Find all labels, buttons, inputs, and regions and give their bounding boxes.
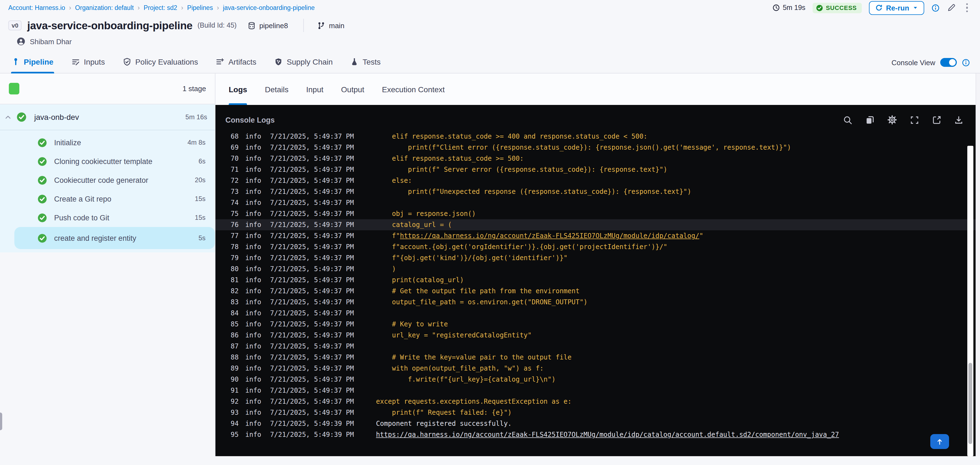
log-timestamp: 7/21/2025, 5:49:37 PM: [270, 263, 354, 275]
console-view-label: Console View: [891, 58, 935, 67]
log-timestamp: 7/21/2025, 5:49:37 PM: [270, 396, 354, 407]
page-scrollbar-rail[interactable]: [975, 73, 980, 456]
log-line-number: 81: [224, 275, 239, 286]
download-icon[interactable]: [954, 115, 963, 125]
open-new-icon[interactable]: [932, 115, 941, 125]
log-text: # Get the output file path from the envi…: [376, 286, 579, 297]
tab-policy-evaluations[interactable]: Policy Evaluations: [122, 50, 199, 73]
run-meta: 5m 19s SUCCESS Re-run: [772, 1, 971, 14]
log-level: info: [245, 297, 261, 308]
branch-chip[interactable]: main: [317, 21, 344, 30]
repo-name: pipeline8: [259, 21, 288, 30]
info-icon[interactable]: [962, 58, 970, 67]
tab-artifacts[interactable]: Artifacts: [215, 50, 257, 73]
tab-supply-chain[interactable]: Supply Chain: [274, 50, 333, 73]
rerun-button[interactable]: Re-run: [869, 1, 924, 14]
log-level: info: [245, 308, 261, 319]
step-cookiecutter-code-generator[interactable]: Cookiecutter code generator20s: [0, 171, 215, 189]
log-text: f"{obj.get('kind')}/{obj.get('identifier…: [376, 252, 568, 263]
log-text: catalog_url = (: [376, 219, 452, 230]
log-level: info: [245, 241, 261, 252]
breadcrumb-item[interactable]: Organization: default: [75, 5, 134, 11]
repo-chip[interactable]: pipeline8: [248, 21, 288, 30]
log-line-number: 70: [224, 153, 239, 164]
log-text: print(f" Server error ({response.status_…: [376, 164, 667, 175]
log-line-number: 89: [224, 363, 239, 374]
log-level: info: [245, 186, 261, 197]
breadcrumb-item[interactable]: Pipelines: [187, 5, 213, 11]
detail-tab-logs[interactable]: Logs: [229, 73, 247, 105]
log-timestamp: 7/21/2025, 5:49:37 PM: [270, 363, 354, 374]
log-timestamp: 7/21/2025, 5:49:37 PM: [270, 142, 354, 153]
console-view-toggle[interactable]: [940, 58, 957, 67]
log-scrollbar[interactable]: [967, 146, 974, 456]
chevron-right-icon: ›: [138, 4, 140, 12]
search-icon[interactable]: [843, 115, 853, 125]
log-link[interactable]: https://qa.harness.io/ng/account/zEaak-F…: [376, 431, 839, 438]
chevron-right-icon: ›: [217, 4, 219, 12]
log-level: info: [245, 219, 261, 230]
step-create-and-register-entity[interactable]: create and register entity5s: [14, 227, 215, 249]
log-line-number: 80: [224, 263, 239, 275]
log-line-number: 88: [224, 352, 239, 363]
log-timestamp: 7/21/2025, 5:49:37 PM: [270, 286, 354, 297]
log-line-number: 94: [224, 418, 239, 429]
detail-tab-details[interactable]: Details: [265, 73, 289, 105]
log-level: info: [245, 275, 261, 286]
tab-tests[interactable]: Tests: [350, 50, 381, 73]
settings-icon[interactable]: [887, 115, 897, 125]
success-check-icon: [38, 194, 47, 203]
tab-inputs[interactable]: Inputs: [70, 50, 105, 73]
log-timestamp: 7/21/2025, 5:49:37 PM: [270, 131, 354, 142]
log-text: print(f" Request failed: {e}"): [376, 407, 512, 418]
detail-tab-input[interactable]: Input: [306, 73, 323, 105]
step-duration: 20s: [195, 176, 205, 184]
log-text: except requests.exceptions.RequestExcept…: [376, 396, 571, 407]
log-level: info: [245, 175, 261, 186]
log-timestamp: 7/21/2025, 5:49:37 PM: [270, 208, 354, 219]
step-push-code-to-git[interactable]: Push code to Git15s: [0, 208, 215, 227]
log-timestamp: 7/21/2025, 5:49:37 PM: [270, 374, 354, 385]
log-scrollbar-thumb[interactable]: [969, 363, 972, 444]
log-link[interactable]: https://qa.harness.io/ng/account/zEaak-F…: [400, 232, 699, 240]
more-options-icon[interactable]: [963, 2, 971, 13]
breadcrumb-item[interactable]: java-service-onboarding-pipeline: [223, 5, 315, 11]
log-row: 92info7/21/2025, 5:49:37 PMexcept reques…: [215, 396, 975, 407]
breadcrumb-item[interactable]: Account: Harness.io: [8, 5, 65, 11]
breadcrumb: Account: Harness.io›Organization: defaul…: [8, 4, 315, 12]
step-cloning-cookiecutter-template[interactable]: Cloning cookiecutter template6s: [0, 152, 215, 171]
console-toolbar: [843, 115, 963, 125]
breadcrumb-item[interactable]: Project: sd2: [144, 5, 177, 11]
log-line-number: 69: [224, 142, 239, 153]
tab-pipeline[interactable]: Pipeline: [11, 50, 54, 73]
step-initialize[interactable]: Initialize4m 8s: [0, 133, 215, 152]
git-branch-icon: [317, 21, 326, 30]
detail-tab-execution-context[interactable]: Execution Context: [382, 73, 445, 105]
log-text: else:: [376, 175, 412, 186]
log-timestamp: 7/21/2025, 5:49:37 PM: [270, 219, 354, 230]
scroll-to-top-button[interactable]: [930, 434, 949, 449]
step-create-a-git-repo[interactable]: Create a Git repo15s: [0, 189, 215, 208]
log-timestamp: 7/21/2025, 5:49:37 PM: [270, 252, 354, 263]
steps-list: Initialize4m 8sCloning cookiecutter temp…: [0, 130, 215, 249]
success-check-icon: [38, 157, 47, 166]
stage-name: java-onb-dev: [34, 113, 185, 122]
log-line-number: 86: [224, 330, 239, 341]
version-badge: v0: [8, 21, 22, 30]
log-level: info: [245, 385, 261, 396]
fullscreen-icon[interactable]: [910, 115, 919, 125]
copy-icon[interactable]: [865, 115, 875, 125]
chevron-up-icon[interactable]: [5, 113, 11, 121]
edit-icon[interactable]: [947, 3, 956, 12]
detail-tab-output[interactable]: Output: [341, 73, 364, 105]
log-timestamp: 7/21/2025, 5:49:37 PM: [270, 308, 354, 319]
repository-icon: [248, 21, 256, 30]
sidebar-scrollbar-thumb[interactable]: [0, 413, 2, 430]
log-row: 68info7/21/2025, 5:49:37 PM elif respons…: [215, 131, 975, 142]
log-text: # Key to write: [376, 319, 448, 330]
log-line-number: 95: [224, 429, 239, 440]
stage-color-square: [9, 83, 19, 94]
stage-row[interactable]: java-onb-dev 5m 16s: [0, 105, 215, 130]
clock-icon: [772, 4, 780, 12]
info-icon[interactable]: [931, 3, 940, 12]
